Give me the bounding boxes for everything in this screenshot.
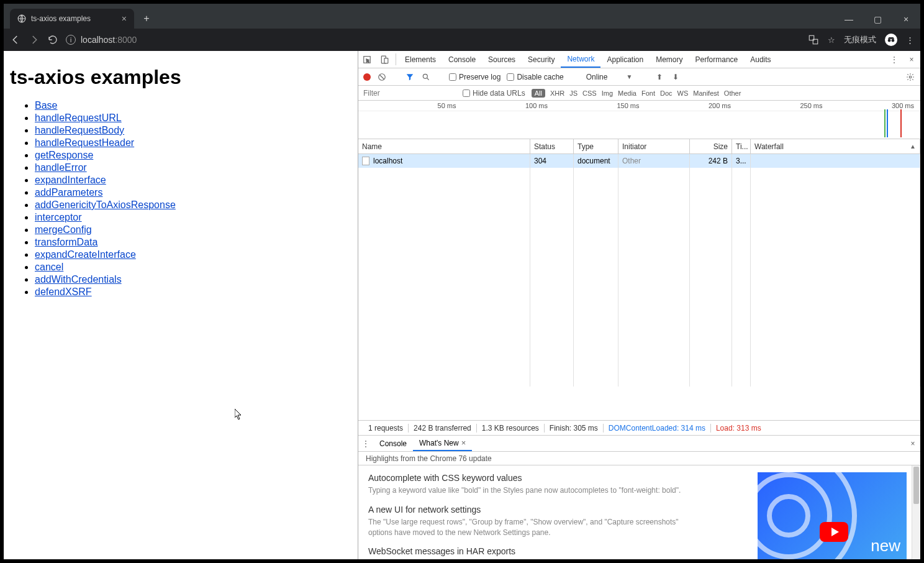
video-thumbnail[interactable]: new — [758, 472, 907, 559]
record-button[interactable] — [363, 73, 371, 81]
browser-tab[interactable]: ts-axios examples × — [10, 9, 134, 29]
network-table-body: localhost304documentOther242 B3... — [358, 154, 920, 420]
example-link[interactable]: expandInterface — [35, 175, 106, 185]
example-link[interactable]: cancel — [35, 262, 63, 272]
example-link[interactable]: getResponse — [35, 150, 93, 160]
filter-type-img[interactable]: Img — [602, 89, 613, 97]
devtools-close-icon[interactable]: × — [903, 51, 920, 68]
devtools-tab-network[interactable]: Network — [561, 51, 600, 68]
search-icon[interactable] — [421, 73, 431, 81]
forward-button[interactable] — [29, 34, 40, 45]
filter-type-ws[interactable]: WS — [677, 89, 689, 97]
filter-type-js[interactable]: JS — [569, 89, 578, 97]
drawer-close-icon[interactable]: × — [905, 436, 920, 451]
filter-type-other[interactable]: Other — [724, 89, 741, 97]
bookmark-icon[interactable]: ☆ — [828, 35, 835, 45]
example-link-item: addParameters — [35, 187, 351, 198]
devtools-menu-icon[interactable]: ⋮ — [886, 51, 903, 68]
example-link[interactable]: addGenericityToAxiosResponse — [35, 199, 176, 210]
download-har-icon[interactable]: ⬇ — [671, 73, 681, 81]
throttling-select[interactable]: Online▼ — [582, 72, 637, 82]
example-link[interactable]: defendXSRF — [35, 286, 92, 297]
devtools-tab-audits[interactable]: Audits — [744, 51, 777, 68]
example-link-item: cancel — [35, 262, 351, 273]
close-window-button[interactable]: × — [892, 10, 920, 29]
col-waterfall[interactable]: Waterfall▲ — [751, 139, 920, 153]
devtools-tab-sources[interactable]: Sources — [482, 51, 522, 68]
clear-button[interactable] — [377, 73, 387, 81]
col-time[interactable]: Ti... — [732, 139, 751, 153]
back-button[interactable] — [10, 34, 21, 45]
devtools-tab-security[interactable]: Security — [522, 51, 561, 68]
drawer-menu-icon[interactable]: ⋮ — [358, 436, 373, 451]
inspect-element-icon[interactable] — [358, 51, 376, 68]
example-link[interactable]: handleError — [35, 162, 87, 173]
example-link[interactable]: handleRequestHeader — [35, 137, 134, 148]
devtools-tab-console[interactable]: Console — [442, 51, 482, 68]
device-toolbar-icon[interactable] — [376, 51, 393, 68]
network-status-bar: 1 requests 242 B transferred 1.3 KB reso… — [358, 420, 920, 435]
whatsnew-item-desc: Typing a keyword value like "bold" in th… — [368, 485, 691, 496]
new-tab-button[interactable]: + — [138, 10, 155, 27]
filter-toggle-icon[interactable] — [405, 73, 415, 81]
address-bar[interactable]: i localhost:8000 — [66, 35, 800, 45]
example-link[interactable]: addWithCredentials — [35, 274, 122, 285]
menu-icon[interactable]: ⋮ — [906, 35, 914, 45]
devtools-tab-memory[interactable]: Memory — [650, 51, 689, 68]
settings-icon[interactable] — [905, 73, 915, 81]
filter-type-media[interactable]: Media — [618, 89, 636, 97]
example-link[interactable]: transformData — [35, 237, 97, 247]
filter-type-manifest[interactable]: Manifest — [693, 89, 719, 97]
example-link-item: addGenericityToAxiosResponse — [35, 199, 351, 211]
drawer-tabs: ⋮ Console What's New× × — [358, 436, 920, 452]
status-load: Load: 313 ms — [711, 424, 766, 433]
devtools-tab-performance[interactable]: Performance — [689, 51, 745, 68]
network-row[interactable]: localhost304documentOther242 B3... — [358, 154, 920, 168]
col-size[interactable]: Size — [690, 139, 732, 153]
video-label: new — [871, 536, 900, 556]
example-link[interactable]: expandCreateInterface — [35, 249, 136, 260]
mouse-cursor — [235, 409, 242, 420]
example-link[interactable]: handleRequestURL — [35, 112, 122, 123]
devtools-drawer: ⋮ Console What's New× × Highlights from … — [358, 435, 920, 559]
filter-type-css[interactable]: CSS — [582, 89, 597, 97]
close-tab-icon[interactable]: × — [122, 14, 127, 24]
hide-data-urls-checkbox[interactable]: Hide data URLs — [463, 89, 525, 98]
example-link-item: mergeConfig — [35, 224, 351, 236]
status-requests: 1 requests — [363, 424, 409, 433]
preserve-log-checkbox[interactable]: Preserve log — [449, 73, 500, 81]
drawer-tab-console[interactable]: Console — [373, 436, 413, 451]
drawer-scrollbar[interactable] — [912, 465, 920, 559]
devtools-tab-application[interactable]: Application — [600, 51, 650, 68]
translate-icon[interactable] — [808, 34, 819, 45]
site-info-icon[interactable]: i — [66, 35, 76, 45]
network-toolbar: Preserve log Disable cache Online▼ ⬆ ⬇ — [358, 68, 920, 86]
filter-type-doc[interactable]: Doc — [660, 89, 673, 97]
svg-rect-7 — [384, 58, 388, 63]
example-link[interactable]: interceptor — [35, 212, 82, 222]
col-status[interactable]: Status — [530, 139, 574, 153]
example-link[interactable]: Base — [35, 100, 57, 111]
filter-input[interactable] — [363, 89, 456, 98]
example-link[interactable]: addParameters — [35, 187, 102, 198]
example-link[interactable]: mergeConfig — [35, 224, 92, 235]
filter-type-xhr[interactable]: XHR — [550, 89, 564, 97]
devtools-tab-elements[interactable]: Elements — [399, 51, 442, 68]
reload-button[interactable] — [47, 34, 58, 45]
close-icon[interactable]: × — [461, 438, 466, 447]
example-link-item: expandCreateInterface — [35, 249, 351, 260]
filter-type-font[interactable]: Font — [641, 89, 655, 97]
maximize-button[interactable]: ▢ — [863, 10, 892, 29]
network-timeline[interactable]: 50 ms100 ms150 ms200 ms250 ms300 ms — [358, 101, 920, 139]
filter-type-all[interactable]: All — [532, 89, 545, 98]
disable-cache-checkbox[interactable]: Disable cache — [507, 73, 563, 81]
timeline-label: 50 ms — [365, 102, 456, 109]
minimize-button[interactable]: — — [835, 10, 863, 29]
col-type[interactable]: Type — [574, 139, 618, 153]
drawer-tab-whatsnew[interactable]: What's New× — [413, 436, 472, 451]
col-initiator[interactable]: Initiator — [618, 139, 690, 153]
incognito-icon — [885, 34, 897, 46]
example-link[interactable]: handleRequestBody — [35, 125, 124, 135]
upload-har-icon[interactable]: ⬆ — [654, 73, 664, 81]
col-name[interactable]: Name — [358, 139, 530, 153]
